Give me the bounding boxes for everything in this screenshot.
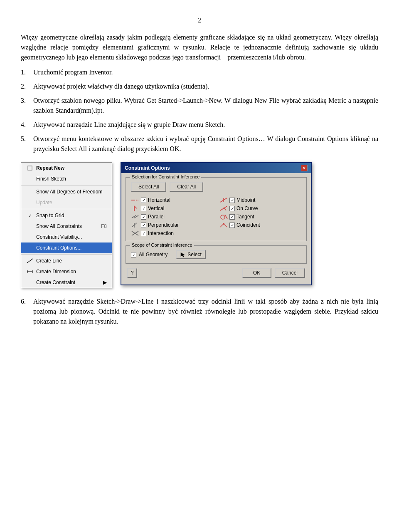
perpendicular-icon [131,222,139,228]
step-6-number: 6. [21,297,33,327]
tangent-checkbox[interactable] [229,214,235,220]
ok-button[interactable]: OK [242,268,271,278]
all-geometry-checkbox[interactable] [131,252,136,257]
create-constraint-icon [26,279,34,286]
menu-label-show-dof: Show All Degrees of Freedom [36,189,102,195]
step-3: 3. Otworzyć szablon nowego pliku. Wybrać… [21,96,378,116]
repeat-new-icon [26,164,34,172]
step-1-number: 1. [21,67,33,77]
step-6: 6. Aktywować narzędzie Sketch->Draw->Lin… [21,297,378,327]
parallel-label: Parallel [148,214,165,220]
midpoint-checkbox[interactable] [229,198,235,203]
scope-row: All Geometry Select [131,250,301,259]
finish-sketch-icon [26,175,34,183]
create-line-icon [26,257,34,265]
menu-label-update: Update [36,200,52,205]
step-2-number: 2. [21,82,33,92]
separator-1 [21,185,112,186]
step-5-number: 5. [21,134,33,154]
menu-item-update: Update [21,197,112,208]
horizontal-checkbox[interactable] [141,198,146,203]
create-constraint-arrow: ▶ [103,280,107,285]
step-2-content: Aktywować projekt właściwy dla danego uż… [33,82,378,92]
dialog-close-button[interactable]: × [301,165,308,171]
illustration-area: Repeat New Finish Sketch Show All Degree… [21,162,378,288]
menu-item-create-dimension[interactable]: Create Dimension [21,266,112,277]
menu-label-show-constraints: Show All Constraints [36,223,82,229]
svg-marker-24 [181,252,185,257]
step-4-number: 4. [21,120,33,130]
intersection-checkbox[interactable] [141,231,146,236]
svg-line-12 [224,208,226,210]
select-all-button[interactable]: Select All [131,182,166,192]
parallel-checkbox[interactable] [141,214,146,220]
constraint-options-dialog: Constraint Options × Selection for Const… [121,162,312,285]
menu-item-create-constraint[interactable]: Create Constraint ▶ [21,277,112,288]
show-constraints-icon [26,223,34,230]
horizontal-icon [131,197,139,203]
step-4-content: Aktywować narzędzie Line znajdujące się … [33,120,378,130]
menu-item-show-dof[interactable]: Show All Degrees of Freedom [21,186,112,197]
update-icon [26,199,34,206]
constraints-grid: Horizontal Midpoint [131,197,301,237]
vertical-checkbox[interactable] [141,206,146,211]
cursor-icon [180,252,186,257]
tangent-icon [219,213,228,220]
constraint-visibility-icon [26,233,34,241]
coincident-checkbox[interactable] [229,223,235,228]
on-curve-checkbox[interactable] [229,206,235,211]
constraint-options-icon [26,244,34,252]
scope-select-label: Select [187,252,201,257]
menu-label-constraint-options: Constraint Options... [36,245,81,251]
svg-line-16 [225,215,227,219]
section-scope: Scope of Constraint Inference All Geomet… [126,245,307,264]
step-6-content: Aktywować narzędzie Sketch->Draw->Line i… [33,297,378,327]
constraint-intersection: Intersection [131,230,213,237]
menu-item-finish-sketch[interactable]: Finish Sketch [21,173,112,184]
on-curve-label: On Curve [236,205,258,211]
step-4: 4. Aktywować narzędzie Line znajdujące s… [21,120,378,130]
menu-label-create-constraint: Create Constraint [36,280,75,285]
scope-select-button[interactable]: Select [176,250,205,259]
svg-rect-0 [28,166,32,170]
intersection-label: Intersection [148,230,174,236]
constraint-midpoint: Midpoint [219,197,301,203]
menu-label-snap-to-grid: Snap to Grid [36,213,64,218]
menu-item-show-constraints[interactable]: Show All Constraints F8 [21,221,112,232]
constraint-coincident: Coincident [219,222,301,228]
scope-all-geometry: All Geometry [131,252,167,257]
step-1: 1. Uruchomić program Inventor. [21,67,378,77]
constraint-vertical: Vertical [131,205,213,212]
tangent-label: Tangent [236,214,254,220]
step-2: 2. Aktywować projekt właściwy dla danego… [21,82,378,92]
context-menu: Repeat New Finish Sketch Show All Degree… [21,162,112,288]
menu-item-constraint-visibility[interactable]: Constraint Visibility... [21,232,112,242]
create-dimension-icon [26,268,34,275]
horizontal-label: Horizontal [148,197,170,203]
step-3-number: 3. [21,96,33,116]
svg-line-1 [27,259,33,263]
menu-label-finish-sketch: Finish Sketch [36,176,66,182]
midpoint-label: Midpoint [236,197,255,203]
help-button[interactable]: ? [127,268,137,278]
step-5: 5. Otworzyć menu kontekstowe w obszarze … [21,134,378,154]
menu-item-constraint-options[interactable]: Constraint Options... [21,242,112,253]
perpendicular-label: Perpendicular [148,222,179,228]
constraint-horizontal: Horizontal [131,197,213,203]
menu-label-create-line: Create Line [36,258,62,264]
cancel-button[interactable]: Cancel [275,268,305,278]
perpendicular-checkbox[interactable] [141,223,146,228]
dialog-footer: ? OK Cancel [126,268,307,280]
menu-label-repeat-new: Repeat New [36,165,64,171]
step-3-content: Otworzyć szablon nowego pliku. Wybrać Ge… [33,96,378,116]
all-geometry-label: All Geometry [139,252,167,257]
menu-item-create-line[interactable]: Create Line [21,255,112,266]
step-1-content: Uruchomić program Inventor. [33,67,378,77]
constraint-perpendicular: Perpendicular [131,222,213,228]
constraint-tangent: Tangent [219,213,301,220]
menu-item-snap-to-grid[interactable]: ✓ Snap to Grid [21,210,112,221]
constraint-parallel: Parallel [131,213,213,220]
menu-item-repeat-new[interactable]: Repeat New [21,163,112,173]
menu-label-create-dimension: Create Dimension [36,269,76,275]
clear-all-button[interactable]: Clear All [170,182,203,192]
